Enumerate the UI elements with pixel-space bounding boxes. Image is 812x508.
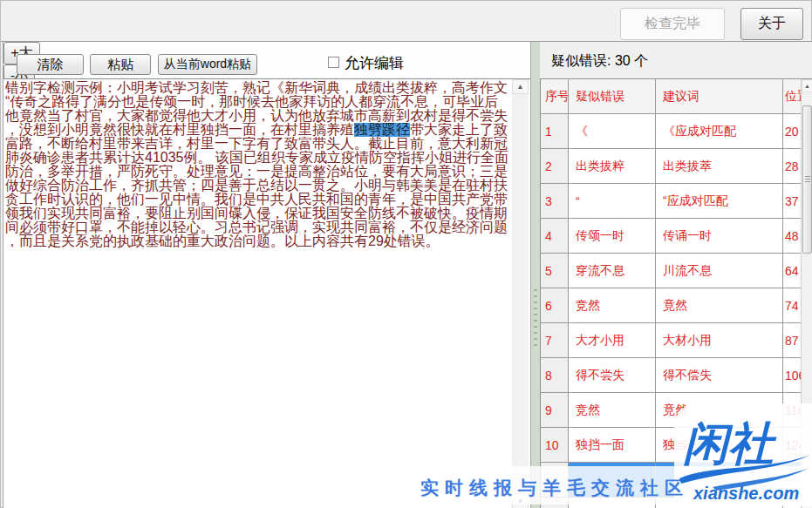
thumb-grip-icon xyxy=(805,176,810,183)
allow-edit-label: 允许编辑 xyxy=(345,53,404,73)
cell-suggestion[interactable]: 《应成对匹配 xyxy=(656,114,783,149)
document-line: 贪工作时认识的，他们一见中情。我们是中共人民共和国的青年，是中国共产党带 xyxy=(5,193,529,207)
cell-suggestion[interactable]: 得不偿失 xyxy=(656,358,783,393)
table-row[interactable]: 3““应成对匹配37 xyxy=(541,184,802,219)
cell-suggestion[interactable]: 大材小用 xyxy=(656,323,783,358)
cell-error[interactable]: 穿流不息 xyxy=(569,254,656,288)
cell-index[interactable]: 9 xyxy=(541,393,569,428)
cell-index[interactable]: 5 xyxy=(541,254,569,288)
cell-position[interactable]: 20 xyxy=(783,114,802,149)
cell-error[interactable]: 《 xyxy=(569,114,656,149)
col-header-position[interactable]: 位置 xyxy=(783,79,802,114)
table-row[interactable]: 8得不尝失得不偿失106 xyxy=(541,358,802,393)
cell-error[interactable]: 竞然 xyxy=(569,393,656,428)
cell-position[interactable]: 106 xyxy=(783,358,802,393)
col-header-error[interactable]: 疑似错误 xyxy=(569,79,656,114)
[interactable] xyxy=(783,463,802,498)
cell-position[interactable]: 124 xyxy=(783,428,802,463)
scroll-down-icon[interactable]: ▼ xyxy=(512,494,529,508)
document-line: 富路，不断给村里带来吉详，村里一下字有了致富带头人。截止目前，意大利新冠 xyxy=(5,137,529,151)
document-line: ，而且是关系党的执政基础的重大政治问题。以上内容共有29处错误。 xyxy=(5,234,529,248)
table-row[interactable]: 4传颂一时传诵一时48 xyxy=(541,219,802,254)
table-row[interactable]: 5穿流不息川流不息64 xyxy=(541,254,802,288)
paste-button[interactable]: 粘贴 xyxy=(90,54,151,75)
document-line: 领我们实现共同富裕，要阻止别国间碟入侵，保证我国安全防线不被破快。疫情期 xyxy=(5,207,529,220)
[interactable] xyxy=(569,463,656,498)
[interactable] xyxy=(569,498,656,508)
left-toolbar: 清除 粘贴 从当前word粘贴 允许编辑 +大 -小 xyxy=(3,42,530,78)
highlighted-error-text[interactable]: 独劈蹊径 xyxy=(354,123,410,137)
table-header-row: 序号 疑似错误 建议词 位置 xyxy=(541,79,802,114)
document-line: “传奇之路得了满分也是传颂一时，那时候去他家拜访的人都穿流不息，可毕业后 xyxy=(5,95,529,109)
table-row[interactable]: 10独挡一面独当一面124 xyxy=(541,428,802,463)
table-row[interactable]: 2出类拔粹出类拔萃28 xyxy=(541,149,802,184)
cell-error[interactable]: 传颂一时 xyxy=(569,219,656,254)
scroll-up-icon[interactable]: ▲ xyxy=(802,79,812,92)
cell-index[interactable]: 10 xyxy=(541,428,569,463)
cell-position[interactable]: 64 xyxy=(783,254,802,288)
cell-suggestion[interactable]: 出类拔萃 xyxy=(656,149,783,184)
[interactable] xyxy=(541,463,569,498)
scroll-up-icon[interactable]: ▲ xyxy=(512,79,529,94)
col-header-index[interactable]: 序号 xyxy=(541,79,569,114)
document-scrollbar[interactable]: ▲ ▼ xyxy=(512,79,529,508)
cell-error[interactable]: “ xyxy=(569,184,656,219)
cell-index[interactable]: 6 xyxy=(541,288,569,323)
paste-from-word-button[interactable]: 从当前word粘贴 xyxy=(158,54,257,75)
splitter-grip-icon xyxy=(534,289,537,347)
table-row[interactable]: 1《《应成对匹配20 xyxy=(541,114,802,149)
cell-index[interactable]: 3 xyxy=(541,184,569,219)
top-bar: 检查完毕 关于 xyxy=(1,1,811,41)
clear-button[interactable]: 清除 xyxy=(17,54,84,75)
main-area: 清除 粘贴 从当前word粘贴 允许编辑 +大 -小 错别字检测示例：小明考试学… xyxy=(1,41,812,508)
right-panel: 疑似错误: 30 个 序号 疑似错误 建议词 位置 1《《应成对匹配202出类拔… xyxy=(540,42,812,508)
cell-index[interactable]: 2 xyxy=(541,149,569,184)
check-done-button: 检查完毕 xyxy=(620,8,725,40)
table-row-selected[interactable] xyxy=(541,463,802,498)
cell-position[interactable]: 74 xyxy=(783,288,802,323)
cell-suggestion[interactable]: 竟然 xyxy=(656,288,783,323)
cell-position[interactable]: 87 xyxy=(783,323,802,358)
table-row[interactable]: 6竞然竟然74 xyxy=(541,288,802,323)
[interactable] xyxy=(656,463,783,498)
col-header-suggestion[interactable]: 建议词 xyxy=(656,79,783,114)
cell-suggestion[interactable]: 川流不息 xyxy=(656,254,783,288)
cell-position[interactable]: 37 xyxy=(783,184,802,219)
scrollbar-thumb[interactable] xyxy=(802,105,812,254)
document-line: 做好综合防治工作，齐抓共管；四是善于总结以一贯之。小明与韩美美是在驻村扶 xyxy=(5,179,529,193)
document-line: ，没想到小明竟然很快就在村里独挡一面，在村里搞养殖独劈蹊径带大家走上了致 xyxy=(5,123,529,137)
allow-edit-checkbox[interactable] xyxy=(328,57,339,68)
about-button[interactable]: 关于 xyxy=(740,8,803,40)
app-window: 检查完毕 关于 清除 粘贴 从当前word粘贴 允许编辑 +大 -小 错别字检测… xyxy=(0,0,812,508)
table-scrollbar[interactable]: ▲ ▼ xyxy=(801,79,812,508)
cell-position[interactable]: 28 xyxy=(783,149,802,184)
cell-index[interactable]: 1 xyxy=(541,114,569,149)
cell-position[interactable]: 116 xyxy=(783,393,802,428)
scroll-down-icon[interactable]: ▼ xyxy=(802,496,812,508)
cell-suggestion[interactable]: 竟然 xyxy=(656,393,783,428)
cell-index[interactable]: 4 xyxy=(541,219,569,254)
cell-error[interactable]: 大才小用 xyxy=(569,323,656,358)
[interactable] xyxy=(783,498,802,508)
cell-error[interactable]: 得不尝失 xyxy=(569,358,656,393)
[interactable] xyxy=(541,498,569,508)
cell-index[interactable]: 8 xyxy=(541,358,569,393)
table-row[interactable]: 7大才小用大材小用87 xyxy=(541,323,802,358)
cell-error[interactable]: 出类拔粹 xyxy=(569,149,656,184)
document-line: 间必须带好口罩，不能掉以轻心。习总书记强调，实现共同富裕，不仅是经济问题 xyxy=(5,220,529,234)
cell-position[interactable]: 48 xyxy=(783,219,802,254)
document-text-area[interactable]: 错别字检测示例：小明考试学习刻苦，熟记《新华词典，成绩出类拔粹，高考作文“传奇之… xyxy=(3,78,530,508)
cell-index[interactable]: 7 xyxy=(541,323,569,358)
table-row xyxy=(541,498,802,508)
document-line: 肺炎确诊患者共累计达41035例。 该国已组织专家成立疫情防空指挥小姐进行全面 xyxy=(5,151,529,165)
cell-error[interactable]: 竞然 xyxy=(569,288,656,323)
errors-table: 序号 疑似错误 建议词 位置 1《《应成对匹配202出类拔粹出类拔萃283““应… xyxy=(540,78,812,508)
[interactable] xyxy=(656,498,783,508)
cell-error[interactable]: 独挡一面 xyxy=(569,428,656,463)
cell-suggestion[interactable]: 传诵一时 xyxy=(656,219,783,254)
table-row[interactable]: 9竞然竟然116 xyxy=(541,393,802,428)
document-line: 错别字检测示例：小明考试学习刻苦，熟记《新华词典，成绩出类拔粹，高考作文 xyxy=(5,81,529,95)
cell-suggestion[interactable]: “应成对匹配 xyxy=(656,184,783,219)
cell-suggestion[interactable]: 独当一面 xyxy=(656,428,783,463)
panel-splitter[interactable] xyxy=(531,42,540,508)
